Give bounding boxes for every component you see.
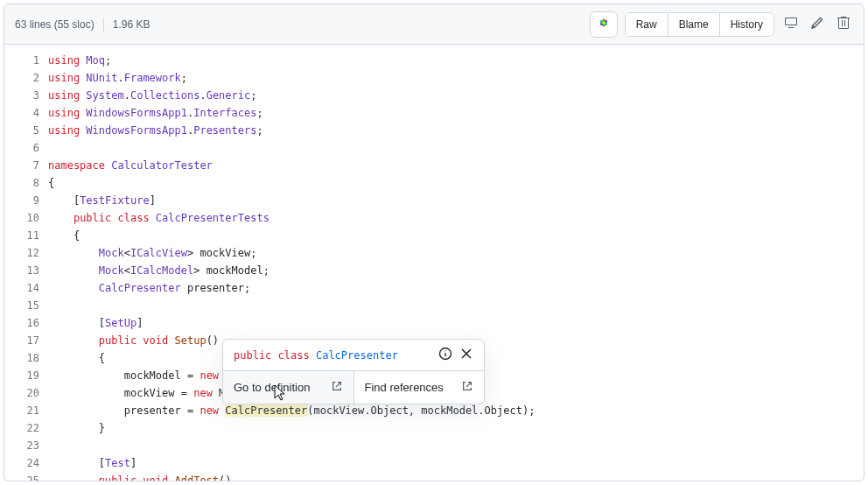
line-number[interactable]: 22 <box>8 419 39 437</box>
code-token: using <box>48 89 86 102</box>
close-icon[interactable] <box>459 347 473 363</box>
desktop-button[interactable] <box>781 15 801 34</box>
line-number[interactable]: 24 <box>8 454 39 472</box>
find-references-button[interactable]: Find references <box>354 371 485 404</box>
code-token: new <box>200 369 219 382</box>
code-token: mockModel <box>124 369 181 382</box>
line-number[interactable]: 25 <box>8 472 39 481</box>
blame-button[interactable]: Blame <box>668 13 720 36</box>
code-token: . <box>117 72 123 84</box>
code-line: public void AddTest() <box>48 472 864 481</box>
code-line: using System.Collections.Generic; <box>48 87 864 104</box>
code-line <box>48 139 864 157</box>
code-token: Test <box>105 457 130 469</box>
file-viewer: 63 lines (55 sloc) 1.96 KB <box>4 4 864 481</box>
code-token: using <box>48 124 86 137</box>
line-number[interactable]: 21 <box>8 402 39 419</box>
code-token: public void <box>99 474 175 481</box>
line-number[interactable]: 11 <box>8 227 39 244</box>
symbol-popover: public class CalcPresenter Go to definit… <box>222 339 485 404</box>
line-number[interactable]: 12 <box>8 244 39 262</box>
code-line: using Moq; <box>48 52 864 69</box>
code-token: Presenters <box>193 124 256 137</box>
info-icon[interactable] <box>438 347 452 363</box>
code-line <box>48 437 864 454</box>
code-token <box>48 404 124 417</box>
code-token: > <box>187 247 200 259</box>
line-number[interactable]: 6 <box>8 139 39 157</box>
line-number[interactable]: 17 <box>8 332 39 349</box>
code-token: Collections <box>130 89 200 102</box>
code-token: Moq <box>86 54 105 67</box>
line-number[interactable]: 9 <box>8 192 39 209</box>
code-token: SetUp <box>105 317 136 329</box>
code-token: ] <box>130 457 136 469</box>
code-line: } <box>48 419 864 437</box>
toolbar-actions: Raw Blame History <box>590 11 853 38</box>
svg-point-6 <box>444 350 445 351</box>
code-token: { <box>48 229 80 242</box>
line-number[interactable]: 18 <box>8 349 39 367</box>
code-token: CalcPresenter <box>225 404 307 417</box>
code-token: = <box>181 369 200 382</box>
code-line: using NUnit.Framework; <box>48 69 864 87</box>
line-number[interactable]: 16 <box>8 314 39 332</box>
line-number[interactable]: 2 <box>8 69 39 87</box>
popover-actions: Go to definition Find references <box>223 370 484 404</box>
code-line: [SetUp] <box>48 314 864 332</box>
go-to-definition-button[interactable]: Go to definition <box>223 371 354 404</box>
divider <box>103 18 104 32</box>
line-number[interactable]: 5 <box>8 122 39 139</box>
go-to-definition-label: Go to definition <box>234 381 310 394</box>
line-number[interactable]: 10 <box>8 209 39 227</box>
code-token: = <box>181 404 200 417</box>
line-number[interactable]: 15 <box>8 297 39 314</box>
code-token <box>48 474 99 481</box>
code-token: () <box>206 334 219 347</box>
code-line: [Test] <box>48 454 864 472</box>
raw-button[interactable]: Raw <box>626 13 668 36</box>
code-token: ; <box>256 107 262 119</box>
line-number[interactable]: 3 <box>8 87 39 104</box>
line-number[interactable]: 14 <box>8 279 39 297</box>
code-line: presenter = new CalcPresenter(mockView.O… <box>48 402 864 419</box>
popover-signature: public class CalcPresenter <box>234 349 398 362</box>
delete-button[interactable] <box>834 15 853 34</box>
line-number[interactable]: 19 <box>8 367 39 384</box>
line-number[interactable]: 20 <box>8 384 39 402</box>
code-token <box>48 334 99 347</box>
popover-symbol[interactable]: CalcPresenter <box>316 349 398 362</box>
line-number[interactable]: 7 <box>8 157 39 174</box>
pencil-icon <box>810 16 824 32</box>
code-token: > <box>193 264 206 277</box>
line-number[interactable]: 1 <box>8 52 39 69</box>
code-token: { <box>48 177 54 189</box>
code-token: } <box>48 422 105 434</box>
code-token <box>48 369 124 382</box>
code-token: public class <box>74 212 156 224</box>
line-number[interactable]: 4 <box>8 104 39 122</box>
code-line: using WindowsFormsApp1.Interfaces; <box>48 104 864 122</box>
code-token: public void <box>99 334 175 347</box>
code-token: CalcPresenterTests <box>156 212 270 224</box>
line-gutter: 1234567891011121314151617181920212223242… <box>4 45 48 481</box>
code-token: using <box>48 54 86 67</box>
extension-button[interactable] <box>590 11 618 38</box>
code-token: { <box>48 352 105 364</box>
code-line: public class CalcPresenterTests <box>48 209 864 227</box>
code-token: mockView <box>124 387 175 399</box>
line-number[interactable]: 8 <box>8 174 39 192</box>
code-token: mockView <box>200 247 250 259</box>
line-number[interactable]: 23 <box>8 437 39 454</box>
code-token: ; <box>263 264 270 277</box>
code-token: Interfaces <box>193 107 256 119</box>
code-token: using <box>48 72 86 84</box>
code-token <box>48 212 74 224</box>
history-button[interactable]: History <box>720 13 774 36</box>
code-content[interactable]: using Moq;using NUnit.Framework;using Sy… <box>48 45 864 481</box>
popover-header: public class CalcPresenter <box>223 340 484 370</box>
line-number[interactable]: 13 <box>8 262 39 279</box>
edit-button[interactable] <box>808 15 827 34</box>
code-token: presenter <box>124 404 181 417</box>
code-token <box>48 387 124 399</box>
